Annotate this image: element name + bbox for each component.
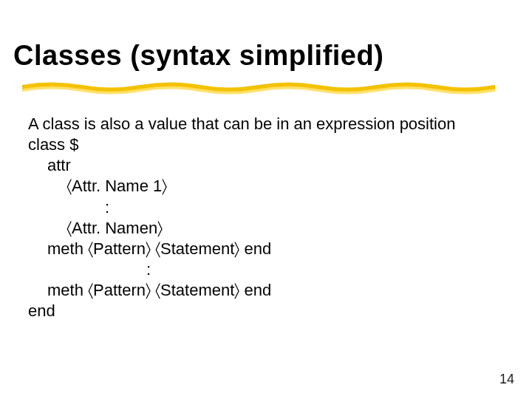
page-number: 14	[499, 372, 514, 387]
code-line-attrn: 〈Attr. Namen〉	[28, 218, 455, 239]
code-line-vdots1: :	[28, 197, 455, 218]
slide-body: A class is also a value that can be in a…	[28, 114, 455, 322]
code-line-attr1: 〈Attr. Name 1〉	[28, 176, 455, 197]
code-line-meth1: meth 〈Pattern〉 〈Statement〉 end	[28, 239, 455, 259]
code-line-vdots2: :	[28, 259, 455, 280]
slide-title: Classes (syntax simplified)	[13, 40, 383, 72]
code-line-end: end	[28, 301, 455, 321]
intro-text: A class is also a value that can be in a…	[28, 114, 455, 134]
code-line-attr-kw: attr	[28, 155, 455, 176]
code-line-class: class $	[28, 134, 455, 155]
title-underline	[22, 80, 495, 95]
slide: Classes (syntax simplified) A class is a…	[0, 0, 532, 399]
code-line-meth2: meth 〈Pattern〉 〈Statement〉 end	[28, 280, 455, 301]
